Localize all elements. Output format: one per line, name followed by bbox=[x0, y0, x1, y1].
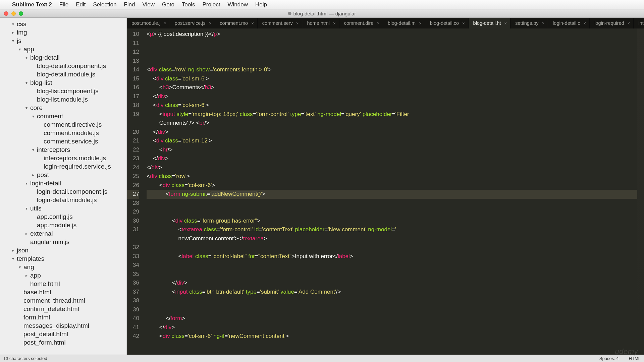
tree-item[interactable]: blog-detail.component.js bbox=[0, 62, 126, 70]
status-language[interactable]: HTML bbox=[629, 356, 641, 361]
tab[interactable]: login-required× bbox=[590, 18, 634, 28]
line-number[interactable]: 26 bbox=[127, 181, 139, 190]
code-line[interactable]: newComment.content'></textarea> bbox=[147, 234, 644, 243]
tree-item[interactable]: ▾templates bbox=[0, 254, 126, 263]
tab[interactable]: home.html× bbox=[302, 18, 339, 28]
tree-item[interactable]: comment.module.js bbox=[0, 129, 126, 137]
menu-file[interactable]: File bbox=[59, 1, 68, 8]
tree-item[interactable]: confirm_delete.html bbox=[0, 305, 126, 313]
tree-item[interactable]: post_form.html bbox=[0, 338, 126, 347]
line-number[interactable]: 15 bbox=[127, 74, 139, 83]
line-number[interactable]: 41 bbox=[127, 323, 139, 332]
tree-item[interactable]: blog-list.module.js bbox=[0, 95, 126, 104]
line-number[interactable]: 31 bbox=[127, 225, 139, 234]
tab[interactable]: blog-detail.m× bbox=[383, 18, 425, 28]
code-line[interactable] bbox=[147, 270, 644, 279]
line-number[interactable]: 17 bbox=[127, 92, 139, 101]
close-icon[interactable]: × bbox=[251, 21, 254, 26]
tree-item[interactable]: form.html bbox=[0, 313, 126, 321]
tree-item[interactable]: app.module.js bbox=[0, 221, 126, 229]
line-number[interactable]: 24 bbox=[127, 163, 139, 172]
tree-item[interactable]: ▾js bbox=[0, 37, 126, 45]
tree-item[interactable]: comment.service.js bbox=[0, 137, 126, 145]
disclosure-arrow-icon[interactable]: ▾ bbox=[17, 47, 22, 52]
code-line[interactable] bbox=[147, 39, 644, 48]
tree-item[interactable]: ▾interceptors bbox=[0, 145, 126, 154]
disclosure-arrow-icon[interactable]: ▾ bbox=[24, 181, 29, 186]
tree-item[interactable]: app.config.js bbox=[0, 213, 126, 221]
disclosure-arrow-icon[interactable]: ▾ bbox=[11, 256, 15, 261]
tree-item[interactable]: interceptors.module.js bbox=[0, 154, 126, 162]
code-line[interactable]: </div> bbox=[147, 154, 644, 163]
code-line[interactable]: <div class='col-sm-6'> bbox=[147, 101, 644, 110]
close-icon[interactable]: × bbox=[628, 21, 630, 26]
code-line[interactable]: <input class='btn btn-default' type='sub… bbox=[147, 288, 644, 297]
disclosure-arrow-icon[interactable]: ▾ bbox=[24, 206, 29, 211]
tree-item[interactable]: ▸json bbox=[0, 246, 126, 254]
disclosure-arrow-icon[interactable]: ▸ bbox=[11, 30, 15, 35]
disclosure-arrow-icon[interactable]: ▸ bbox=[24, 273, 29, 278]
line-number[interactable]: 25 bbox=[127, 172, 139, 181]
code-line[interactable]: <h3>Comments</h3> bbox=[147, 83, 644, 92]
tree-item[interactable]: post_detail.html bbox=[0, 330, 126, 338]
code-line[interactable] bbox=[147, 296, 644, 305]
tree-item[interactable]: ▾comment bbox=[0, 112, 126, 120]
disclosure-arrow-icon[interactable]: ▸ bbox=[31, 173, 36, 177]
line-number[interactable]: 29 bbox=[127, 207, 139, 217]
line-number[interactable]: 32 bbox=[127, 243, 139, 252]
line-number[interactable]: 11 bbox=[127, 39, 139, 48]
line-number[interactable]: 20 bbox=[127, 128, 139, 137]
tab[interactable]: comment.dire× bbox=[339, 18, 383, 28]
close-icon[interactable]: × bbox=[419, 21, 422, 26]
line-number[interactable]: 22 bbox=[127, 145, 139, 155]
tree-item[interactable]: comment_thread.html bbox=[0, 296, 126, 305]
code-line[interactable]: <div class='col-sm-12'> bbox=[147, 136, 644, 145]
disclosure-arrow-icon[interactable]: ▸ bbox=[11, 248, 15, 253]
line-number[interactable]: 27 bbox=[127, 190, 139, 199]
line-number[interactable]: 12 bbox=[127, 48, 139, 57]
line-number[interactable] bbox=[127, 119, 139, 128]
code-line[interactable]: </form> bbox=[147, 314, 644, 323]
tree-item[interactable]: ▸external bbox=[0, 229, 126, 238]
tree-item[interactable]: login-required.service.js bbox=[0, 162, 126, 171]
status-spaces[interactable]: Spaces: 4 bbox=[599, 356, 619, 361]
tab[interactable]: blog-detail.ht× bbox=[469, 18, 511, 28]
code-line[interactable]: <div class="form-group has-error"> bbox=[147, 217, 644, 226]
tab[interactable]: post.service.js× bbox=[170, 18, 215, 28]
code-line[interactable]: <input style='margin-top: 18px;' class='… bbox=[147, 110, 644, 119]
maximize-icon[interactable] bbox=[19, 11, 23, 16]
disclosure-arrow-icon[interactable]: ▾ bbox=[24, 106, 29, 110]
tree-item[interactable]: angular.min.js bbox=[0, 238, 126, 246]
tree-item[interactable]: messages_display.html bbox=[0, 321, 126, 330]
tree-item[interactable]: ▸app bbox=[0, 271, 126, 280]
tree-item[interactable]: login-detail.module.js bbox=[0, 196, 126, 204]
tree-item[interactable]: ▾utils bbox=[0, 204, 126, 213]
code-line[interactable]: <label class="control-label" for="conten… bbox=[147, 252, 644, 261]
close-icon[interactable]: × bbox=[164, 21, 166, 26]
close-icon[interactable]: × bbox=[333, 21, 336, 26]
minimap[interactable] bbox=[637, 28, 644, 320]
code-editor[interactable]: 1011121314151617181920212223242526272829… bbox=[127, 28, 644, 355]
menu-selection[interactable]: Selection bbox=[93, 1, 116, 8]
menu-find[interactable]: Find bbox=[124, 1, 135, 8]
code-line[interactable] bbox=[147, 243, 644, 252]
tree-item[interactable]: comment.directive.js bbox=[0, 120, 126, 129]
tab[interactable]: settings.py× bbox=[511, 18, 548, 28]
code-line[interactable] bbox=[147, 57, 644, 66]
line-number[interactable]: 33 bbox=[127, 252, 139, 261]
close-icon[interactable]: × bbox=[377, 21, 380, 26]
line-number-gutter[interactable]: 1011121314151617181920212223242526272829… bbox=[127, 28, 143, 355]
disclosure-arrow-icon[interactable]: ▾ bbox=[31, 147, 36, 152]
tree-item[interactable]: blog-list.component.js bbox=[0, 87, 126, 95]
code-line[interactable]: </div> bbox=[147, 279, 644, 288]
tree-item[interactable]: ▾app bbox=[0, 45, 126, 53]
line-number[interactable]: 42 bbox=[127, 332, 139, 341]
code-line[interactable]: <div class='col-sm-6'> bbox=[147, 74, 644, 83]
disclosure-arrow-icon[interactable]: ▸ bbox=[24, 231, 29, 236]
close-icon[interactable] bbox=[4, 11, 8, 16]
code-line[interactable] bbox=[147, 48, 644, 57]
line-number[interactable]: 14 bbox=[127, 65, 139, 74]
tab[interactable]: login-detail.c× bbox=[548, 18, 590, 28]
close-icon[interactable]: × bbox=[296, 21, 299, 26]
tab[interactable]: blog-detail.co× bbox=[425, 18, 469, 28]
